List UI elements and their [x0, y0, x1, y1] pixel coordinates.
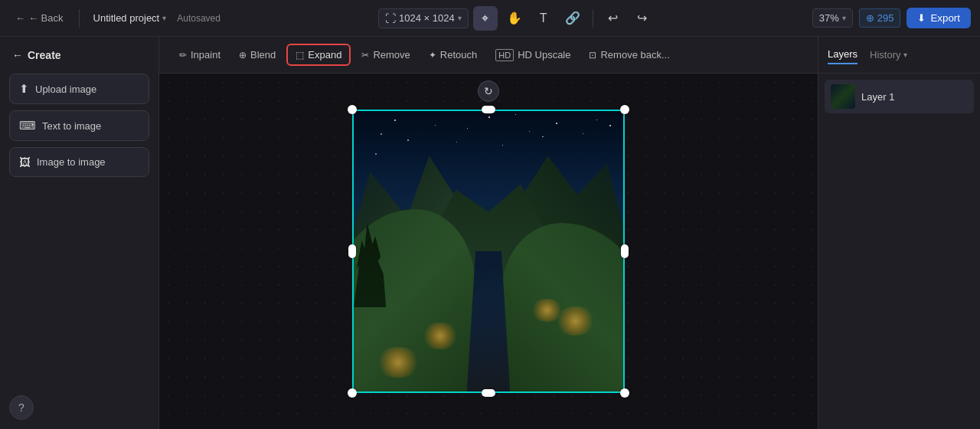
credits-plus-icon: ⊕	[866, 12, 874, 24]
topbar-right: 37% ▾ ⊕ 295 ⬇ Export	[812, 8, 971, 28]
handle-mid-top[interactable]	[482, 106, 495, 113]
link-icon: 🔗	[565, 11, 580, 25]
export-button[interactable]: ⬇ Export	[906, 8, 971, 28]
canvas-image	[352, 110, 625, 393]
redo-icon: ↪	[637, 11, 647, 25]
credits-count: 295	[877, 12, 894, 24]
cursor-icon: ⌖	[482, 11, 488, 25]
topbar: ← ← Back Untitled project ▾ Autosaved ⛶ …	[0, 0, 980, 37]
refresh-icon: ↻	[484, 85, 493, 97]
remove-back-tool[interactable]: ⊡ Remove back...	[581, 45, 677, 64]
project-title: Untitled project	[93, 12, 160, 24]
canvas-size-selector[interactable]: ⛶ 1024 × 1024 ▾	[378, 8, 469, 28]
redo-button[interactable]: ↪	[630, 6, 655, 31]
main-layout: ← Create ⬆ Upload image ⌨ Text to image …	[0, 37, 980, 429]
handle-mid-left[interactable]	[348, 244, 356, 258]
tools-bar: ✏ Inpaint ⊕ Blend ⬚ Expand ✂ Remove ✦ Re…	[159, 37, 818, 74]
left-sidebar: ← Create ⬆ Upload image ⌨ Text to image …	[0, 37, 159, 429]
retouch-icon: ✦	[429, 50, 436, 61]
image-to-image-label: Image to image	[37, 156, 106, 168]
autosaved-label: Autosaved	[177, 13, 220, 24]
expand-label: Expand	[308, 49, 341, 61]
back-button[interactable]: ← ← Back	[9, 9, 70, 27]
canvas-size-chevron-icon: ▾	[458, 14, 462, 22]
zoom-level: 37%	[819, 12, 839, 24]
history-tab[interactable]: History ▾	[870, 49, 907, 61]
help-button[interactable]: ?	[9, 395, 34, 420]
text-to-image-icon: ⌨	[19, 119, 36, 133]
inpaint-label: Inpaint	[191, 49, 220, 61]
project-name-button[interactable]: Untitled project ▾	[89, 9, 172, 27]
right-sidebar-header: Layers History ▾	[818, 37, 980, 74]
handle-top-right[interactable]	[620, 105, 629, 114]
layers-content: Layer 1	[818, 74, 980, 120]
scene	[354, 111, 623, 391]
sidebar-back-icon: ←	[12, 49, 23, 61]
expand-icon: ⬚	[296, 50, 304, 61]
hd-upscale-label: HD Upscale	[518, 49, 570, 61]
blend-icon: ⊕	[239, 50, 247, 61]
topbar-left: ← ← Back Untitled project ▾ Autosaved	[9, 9, 220, 28]
hand-tool-button[interactable]: ✋	[502, 6, 527, 31]
remove-label: Remove	[373, 49, 410, 61]
layer-thumbnail	[831, 84, 855, 109]
zoom-chevron-icon: ▾	[842, 14, 846, 22]
inpaint-tool[interactable]: ✏ Inpaint	[172, 45, 228, 64]
layer-item[interactable]: Layer 1	[825, 80, 974, 113]
handle-bottom-left[interactable]	[348, 388, 357, 398]
zoom-selector[interactable]: 37% ▾	[812, 8, 853, 28]
help-icon: ?	[18, 401, 24, 414]
image-to-image-icon: 🖼	[19, 156, 31, 169]
inpaint-icon: ✏	[179, 50, 187, 61]
history-tab-label: History	[870, 49, 900, 61]
layers-tab[interactable]: Layers	[828, 45, 858, 64]
sidebar-header: ← Create	[9, 46, 149, 67]
retouch-label: Retouch	[440, 49, 477, 61]
topbar-center: ⛶ 1024 × 1024 ▾ ⌖ ✋ T 🔗 ↩ ↪	[230, 6, 803, 31]
right-sidebar: Layers History ▾ Layer 1	[818, 37, 980, 429]
back-arrow-icon: ←	[15, 12, 25, 24]
text-icon: T	[540, 11, 547, 25]
text-to-image-label: Text to image	[42, 120, 101, 132]
retouch-tool[interactable]: ✦ Retouch	[421, 45, 485, 64]
handle-bottom-right[interactable]	[620, 388, 629, 398]
layer-name: Layer 1	[861, 91, 894, 103]
canvas-content: ↻	[159, 74, 818, 429]
layers-tab-label: Layers	[828, 48, 858, 60]
image-container[interactable]: ↻	[352, 110, 625, 393]
canvas-size-label: 1024 × 1024	[399, 12, 455, 24]
refresh-button[interactable]: ↻	[478, 80, 499, 102]
blend-label: Blend	[250, 49, 276, 61]
blend-tool[interactable]: ⊕ Blend	[231, 45, 283, 64]
upload-image-button[interactable]: ⬆ Upload image	[9, 74, 149, 104]
handle-mid-right[interactable]	[621, 244, 629, 258]
text-to-image-button[interactable]: ⌨ Text to image	[9, 110, 149, 141]
undo-icon: ↩	[608, 11, 618, 25]
canvas-resize-icon: ⛶	[385, 12, 396, 25]
spacer	[9, 183, 149, 389]
handle-top-left[interactable]	[348, 105, 357, 114]
canvas-area: ✏ Inpaint ⊕ Blend ⬚ Expand ✂ Remove ✦ Re…	[159, 37, 818, 429]
chevron-down-icon: ▾	[162, 14, 166, 22]
image-to-image-button[interactable]: 🖼 Image to image	[9, 147, 149, 177]
back-label: ← Back	[28, 12, 64, 24]
remove-back-icon: ⊡	[589, 50, 596, 61]
undo-button[interactable]: ↩	[601, 6, 626, 31]
text-tool-button[interactable]: T	[531, 6, 556, 31]
divider2	[593, 9, 593, 28]
upload-image-label: Upload image	[35, 84, 96, 95]
hd-upscale-tool[interactable]: HD HD Upscale	[488, 45, 578, 65]
link-tool-button[interactable]: 🔗	[560, 6, 585, 31]
remove-back-label: Remove back...	[600, 49, 669, 61]
divider	[79, 9, 80, 28]
handle-mid-bottom[interactable]	[482, 389, 495, 397]
house-glow-1	[375, 347, 421, 378]
remove-tool[interactable]: ✂ Remove	[354, 45, 417, 64]
history-chevron-icon: ▾	[903, 51, 907, 59]
expand-tool[interactable]: ⬚ Expand	[286, 44, 351, 66]
credits-button[interactable]: ⊕ 295	[859, 8, 901, 28]
export-download-icon: ⬇	[917, 12, 926, 24]
house-glow-2	[421, 323, 459, 349]
export-label: Export	[930, 12, 960, 24]
select-tool-button[interactable]: ⌖	[473, 6, 498, 31]
